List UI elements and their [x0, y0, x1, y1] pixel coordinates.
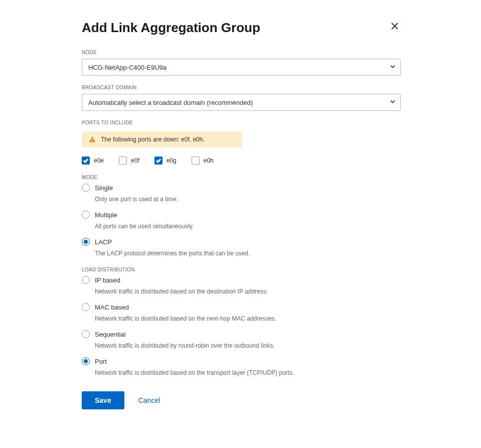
mode-radio-item: SingleOnly one port is used at a time. [82, 184, 401, 204]
load-radio-group: IP basedNetwork traffic is distributed b… [82, 276, 401, 377]
radio-desc: Network traffic is distributed based on … [95, 368, 295, 377]
close-button[interactable] [389, 20, 401, 34]
mode-radio-multiple[interactable]: Multiple [82, 211, 401, 219]
svg-rect-1 [92, 141, 92, 141]
load-radio-ip-based[interactable]: IP based [82, 276, 401, 284]
mode-radio-item: MultipleAll ports can be used simultaneo… [82, 211, 401, 231]
radio-icon [82, 357, 90, 365]
radio-desc: Network traffic is distributed by round-… [95, 341, 295, 350]
radio-icon [82, 238, 90, 246]
mode-radio-group: SingleOnly one port is used at a time.Mu… [82, 184, 401, 258]
radio-label: Port [95, 358, 107, 365]
checkbox-label: e0e [94, 157, 104, 164]
checkbox-icon [119, 157, 127, 165]
load-radio-sequential[interactable]: Sequential [82, 330, 401, 338]
broadcast-select[interactable]: Automatically select a broadcast domain … [82, 94, 401, 111]
radio-icon [82, 276, 90, 284]
radio-icon [82, 330, 90, 338]
load-radio-mac-based[interactable]: MAC based [82, 303, 401, 311]
node-select[interactable]: HCG-NetApp-C400-E9U9a [82, 59, 401, 76]
port-checkbox-e0g[interactable]: e0g [154, 157, 177, 165]
radio-label: IP based [95, 276, 120, 284]
mode-label: MODE [82, 175, 401, 180]
radio-label: LACP [95, 238, 112, 246]
save-button[interactable]: Save [82, 391, 124, 409]
radio-desc: The LACP protocol determines the ports t… [95, 249, 295, 258]
checkbox-icon [192, 157, 200, 165]
load-radio-item: SequentialNetwork traffic is distributed… [82, 330, 401, 350]
radio-label: MAC based [95, 304, 129, 311]
radio-desc: Network traffic is distributed based on … [95, 287, 295, 296]
warning-banner: The following ports are down: e0f, e0h. [82, 131, 242, 147]
ports-label: PORTS TO INCLUDE [82, 120, 401, 125]
radio-desc: Network traffic is distributed based on … [95, 314, 295, 323]
mode-radio-item: LACPThe LACP protocol determines the por… [82, 238, 401, 258]
checkbox-icon [154, 157, 163, 165]
ports-checkbox-row: e0ee0fe0ge0h [82, 157, 401, 165]
cancel-button[interactable]: Cancel [138, 396, 161, 404]
load-radio-item: MAC basedNetwork traffic is distributed … [82, 303, 401, 323]
checkbox-label: e0g [167, 157, 177, 164]
port-checkbox-e0f[interactable]: e0f [119, 157, 139, 165]
radio-icon [82, 184, 90, 192]
mode-radio-lacp[interactable]: LACP [82, 238, 401, 246]
checkbox-label: e0f [131, 157, 139, 164]
load-radio-port[interactable]: Port [82, 357, 401, 365]
radio-desc: All ports can be used simultaneously. [95, 222, 295, 231]
warning-text: The following ports are down: e0f, e0h. [101, 136, 205, 143]
port-checkbox-e0e[interactable]: e0e [82, 157, 104, 165]
load-radio-item: IP basedNetwork traffic is distributed b… [82, 276, 401, 296]
radio-desc: Only one port is used at a time. [95, 195, 295, 204]
node-label: NODE [82, 50, 401, 55]
radio-label: Sequential [95, 331, 125, 338]
mode-radio-single[interactable]: Single [82, 184, 401, 192]
close-icon [391, 22, 399, 32]
radio-label: Single [95, 184, 113, 192]
broadcast-select-value: Automatically select a broadcast domain … [88, 99, 253, 106]
checkbox-label: e0h [204, 157, 214, 164]
load-radio-item: PortNetwork traffic is distributed based… [82, 357, 401, 377]
checkbox-icon [82, 157, 90, 165]
load-label: LOAD DISTRIBUTION [82, 267, 401, 272]
radio-label: Multiple [95, 211, 117, 219]
broadcast-label: BROADCAST DOMAIN [82, 85, 401, 90]
radio-icon [82, 303, 90, 311]
svg-rect-0 [92, 138, 92, 140]
port-checkbox-e0h[interactable]: e0h [192, 157, 214, 165]
page-title: Add Link Aggregation Group [82, 20, 260, 36]
warning-icon [89, 136, 96, 143]
radio-icon [82, 211, 90, 219]
node-select-value: HCG-NetApp-C400-E9U9a [88, 64, 167, 71]
